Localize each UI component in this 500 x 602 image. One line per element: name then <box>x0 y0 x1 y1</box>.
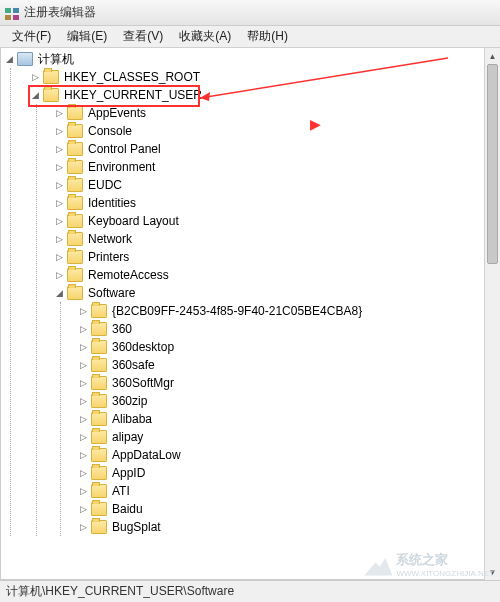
folder-icon <box>43 88 59 102</box>
collapse-icon[interactable]: ◢ <box>53 287 65 299</box>
expand-icon[interactable]: ▷ <box>77 341 89 353</box>
expand-icon[interactable]: ▷ <box>53 269 65 281</box>
tree-key[interactable]: ▷360SoftMgr <box>77 374 499 392</box>
folder-icon <box>91 376 107 390</box>
folder-icon <box>67 268 83 282</box>
tree-label: HKEY_CLASSES_ROOT <box>62 69 202 85</box>
svg-rect-2 <box>5 15 11 20</box>
menu-edit[interactable]: 编辑(E) <box>59 26 115 47</box>
folder-icon <box>67 214 83 228</box>
menu-view[interactable]: 查看(V) <box>115 26 171 47</box>
scroll-thumb[interactable] <box>487 64 498 264</box>
tree-key[interactable]: ▷360desktop <box>77 338 499 356</box>
expand-icon[interactable]: ▷ <box>77 485 89 497</box>
tree-pane[interactable]: ◢ 计算机 ▷ HKEY_CLASSES_ROOT ◢ <box>0 48 500 580</box>
expand-icon[interactable]: ▷ <box>53 143 65 155</box>
tree-label: alipay <box>110 429 145 445</box>
tree-key[interactable]: ▷RemoteAccess <box>53 266 499 284</box>
tree-key[interactable]: ▷Keyboard Layout <box>53 212 499 230</box>
expand-icon[interactable]: ▷ <box>53 215 65 227</box>
tree-label: AppEvents <box>86 105 148 121</box>
folder-icon <box>67 124 83 138</box>
tree-label: 360safe <box>110 357 157 373</box>
tree-root-label: 计算机 <box>36 50 76 69</box>
folder-icon <box>67 196 83 210</box>
folder-icon <box>91 484 107 498</box>
menu-favorites[interactable]: 收藏夹(A) <box>171 26 239 47</box>
tree-key[interactable]: ▷AppDataLow <box>77 446 499 464</box>
tree-key[interactable]: ▷Network <box>53 230 499 248</box>
expand-icon[interactable]: ▷ <box>77 503 89 515</box>
tree-key[interactable]: ▷360safe <box>77 356 499 374</box>
folder-icon <box>67 160 83 174</box>
tree-root[interactable]: ◢ 计算机 ▷ HKEY_CLASSES_ROOT ◢ <box>3 50 499 536</box>
tree-key[interactable]: ▷ATI <box>77 482 499 500</box>
tree-key[interactable]: ▷{B2CB09FF-2453-4f85-9F40-21C05BE4CBA8} <box>77 302 499 320</box>
tree-key[interactable]: ▷AppEvents <box>53 104 499 122</box>
folder-icon <box>67 178 83 192</box>
collapse-icon[interactable]: ◢ <box>3 53 15 65</box>
folder-icon <box>67 232 83 246</box>
tree-hive-classes-root[interactable]: ▷ HKEY_CLASSES_ROOT <box>29 68 499 86</box>
expand-icon[interactable]: ▷ <box>53 197 65 209</box>
tree-key[interactable]: ▷BugSplat <box>77 518 499 536</box>
expand-icon[interactable]: ▷ <box>77 377 89 389</box>
tree-key[interactable]: ▷AppID <box>77 464 499 482</box>
expand-icon[interactable]: ▷ <box>77 431 89 443</box>
tree-label: RemoteAccess <box>86 267 171 283</box>
folder-icon <box>91 430 107 444</box>
tree-label: AppDataLow <box>110 447 183 463</box>
tree-key[interactable]: ▷Printers <box>53 248 499 266</box>
tree-label: EUDC <box>86 177 124 193</box>
tree-label: 360zip <box>110 393 149 409</box>
folder-icon <box>91 448 107 462</box>
tree-label: 360desktop <box>110 339 176 355</box>
tree-key[interactable]: ▷Alibaba <box>77 410 499 428</box>
menu-file[interactable]: 文件(F) <box>4 26 59 47</box>
tree-key[interactable]: ▷Environment <box>53 158 499 176</box>
expand-icon[interactable]: ▷ <box>77 449 89 461</box>
scroll-down-arrow[interactable]: ▼ <box>485 564 500 580</box>
expand-icon[interactable]: ▷ <box>77 413 89 425</box>
expand-icon[interactable]: ▷ <box>53 251 65 263</box>
registry-tree: ◢ 计算机 ▷ HKEY_CLASSES_ROOT ◢ <box>1 48 499 538</box>
tree-label: Baidu <box>110 501 145 517</box>
expand-icon[interactable]: ▷ <box>77 395 89 407</box>
folder-icon <box>67 286 83 300</box>
tree-key[interactable]: ▷alipay <box>77 428 499 446</box>
folder-icon <box>67 106 83 120</box>
tree-key[interactable]: ▷360zip <box>77 392 499 410</box>
tree-key[interactable]: ▷EUDC <box>53 176 499 194</box>
expand-icon[interactable]: ▷ <box>29 71 41 83</box>
menu-help[interactable]: 帮助(H) <box>239 26 296 47</box>
tree-label: Environment <box>86 159 157 175</box>
tree-label: Printers <box>86 249 131 265</box>
tree-label: Control Panel <box>86 141 163 157</box>
expand-icon[interactable]: ▷ <box>77 467 89 479</box>
collapse-icon[interactable]: ◢ <box>29 89 41 101</box>
tree-label: {B2CB09FF-2453-4f85-9F40-21C05BE4CBA8} <box>110 303 364 319</box>
expand-icon[interactable]: ▷ <box>77 521 89 533</box>
expand-icon[interactable]: ▷ <box>53 125 65 137</box>
tree-hive-current-user[interactable]: ◢ HKEY_CURRENT_USER ▷AppEvents▷Console▷C… <box>29 86 499 536</box>
expand-icon[interactable]: ▷ <box>53 161 65 173</box>
tree-key[interactable]: ◢Software▷{B2CB09FF-2453-4f85-9F40-21C05… <box>53 284 499 536</box>
tree-label: AppID <box>110 465 147 481</box>
expand-icon[interactable]: ▷ <box>77 305 89 317</box>
tree-key[interactable]: ▷360 <box>77 320 499 338</box>
folder-icon <box>67 250 83 264</box>
tree-label: 360SoftMgr <box>110 375 176 391</box>
expand-icon[interactable]: ▷ <box>53 107 65 119</box>
vertical-scrollbar[interactable]: ▲ ▼ <box>484 48 500 580</box>
scroll-up-arrow[interactable]: ▲ <box>485 48 500 64</box>
tree-key[interactable]: ▷Baidu <box>77 500 499 518</box>
expand-icon[interactable]: ▷ <box>77 359 89 371</box>
expand-icon[interactable]: ▷ <box>53 233 65 245</box>
tree-key[interactable]: ▷Identities <box>53 194 499 212</box>
expand-icon[interactable]: ▷ <box>53 179 65 191</box>
tree-key[interactable]: ▷Control Panel <box>53 140 499 158</box>
folder-icon <box>91 340 107 354</box>
tree-key[interactable]: ▷Console <box>53 122 499 140</box>
expand-icon[interactable]: ▷ <box>77 323 89 335</box>
tree-label: Software <box>86 285 137 301</box>
